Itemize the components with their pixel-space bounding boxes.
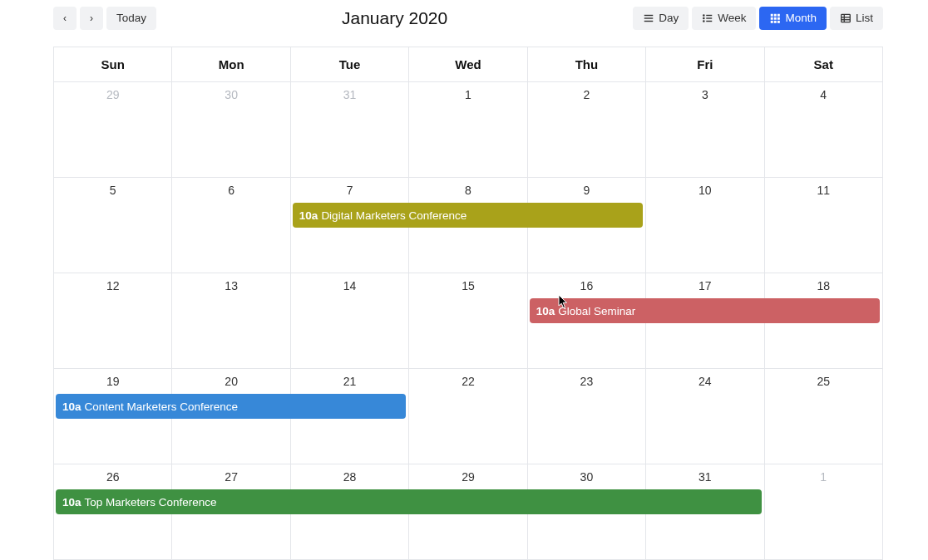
- day-number: 15: [409, 273, 526, 292]
- day-number: 31: [646, 464, 763, 484]
- calendar-day-cell[interactable]: 20: [172, 369, 290, 464]
- view-week-button[interactable]: Week: [692, 7, 756, 30]
- day-header: Fri: [646, 47, 764, 82]
- day-number: 8: [409, 178, 526, 197]
- calendar-day-cell[interactable]: 29: [409, 464, 527, 560]
- calendar-day-cell[interactable]: 9: [527, 178, 645, 273]
- next-button[interactable]: ›: [80, 7, 103, 30]
- svg-rect-14: [777, 17, 780, 20]
- day-number: 24: [646, 369, 763, 388]
- calendar-day-cell[interactable]: 29: [54, 82, 172, 178]
- day-number: 28: [291, 464, 408, 484]
- calendar-toolbar: ‹ › Today January 2020 Day Week Month: [53, 7, 883, 30]
- calendar-day-cell[interactable]: 31: [646, 464, 764, 560]
- day-number: 27: [172, 464, 289, 484]
- calendar-day-cell[interactable]: 22: [409, 369, 527, 464]
- day-header: Wed: [409, 47, 527, 82]
- calendar-day-cell[interactable]: 10: [646, 178, 764, 273]
- day-number: 3: [646, 82, 763, 101]
- calendar-day-cell[interactable]: 5: [54, 178, 172, 273]
- calendar-day-cell[interactable]: 8: [409, 178, 527, 273]
- today-label: Today: [116, 12, 146, 24]
- today-button[interactable]: Today: [106, 7, 156, 30]
- calendar-day-cell[interactable]: 17: [646, 273, 764, 369]
- day-header: Mon: [172, 47, 290, 82]
- day-number: 1: [409, 82, 526, 101]
- day-number: 31: [291, 82, 408, 101]
- svg-rect-11: [777, 14, 780, 17]
- day-number: 26: [54, 464, 171, 484]
- calendar-day-cell[interactable]: 30: [172, 82, 290, 178]
- calendar-day-cell[interactable]: 24: [646, 369, 764, 464]
- calendar-day-cell[interactable]: 4: [764, 82, 882, 178]
- event-time: 10a: [62, 496, 81, 508]
- svg-point-4: [703, 17, 704, 18]
- calendar-day-cell[interactable]: 25: [764, 369, 882, 464]
- calendar-day-cell[interactable]: 1: [409, 82, 527, 178]
- calendar-day-cell[interactable]: 1610aGlobal Seminar: [527, 273, 645, 369]
- calendar-day-cell[interactable]: 12: [54, 273, 172, 369]
- svg-rect-13: [774, 17, 777, 20]
- calendar-day-cell[interactable]: 15: [409, 273, 527, 369]
- prev-button[interactable]: ‹: [53, 7, 77, 30]
- calendar-day-cell[interactable]: 13: [172, 273, 290, 369]
- day-number: 23: [528, 369, 645, 388]
- day-number: 29: [54, 82, 171, 101]
- calendar-week-row: 2930311234: [54, 82, 883, 178]
- view-day-button[interactable]: Day: [633, 7, 689, 30]
- day-header: Sat: [764, 47, 882, 82]
- calendar-day-cell[interactable]: 710aDigital Marketers Conference: [290, 178, 408, 273]
- day-header: Tue: [290, 47, 408, 82]
- calendar-week-row: 121314151610aGlobal Seminar1718: [54, 273, 883, 369]
- day-number: 16: [528, 273, 645, 292]
- day-number: 11: [765, 178, 882, 197]
- calendar-day-cell[interactable]: 1910aContent Marketers Conference: [54, 369, 172, 464]
- calendar-title: January 2020: [156, 8, 633, 28]
- table-icon: [840, 12, 851, 24]
- day-number: 6: [172, 178, 289, 197]
- calendar-day-cell[interactable]: 23: [527, 369, 645, 464]
- day-number: 30: [172, 82, 289, 101]
- event-time: 10a: [62, 400, 81, 413]
- day-header: Thu: [527, 47, 645, 82]
- event-time: 10a: [299, 209, 318, 222]
- view-week-label: Week: [718, 12, 746, 24]
- menu-icon: [643, 12, 654, 24]
- svg-rect-17: [777, 21, 780, 23]
- calendar-day-cell[interactable]: 2610aTop Marketers Conference: [54, 464, 172, 560]
- calendar-day-cell[interactable]: 14: [290, 273, 408, 369]
- day-number: 21: [291, 369, 408, 388]
- calendar-day-cell[interactable]: 11: [764, 178, 882, 273]
- svg-rect-12: [771, 17, 773, 20]
- event-time: 10a: [536, 305, 555, 317]
- day-number: 29: [409, 464, 526, 484]
- calendar-day-cell[interactable]: 18: [764, 273, 882, 369]
- calendar-day-cell[interactable]: 21: [290, 369, 408, 464]
- calendar-day-cell[interactable]: 28: [290, 464, 408, 560]
- day-number: 14: [291, 273, 408, 292]
- day-number: 12: [54, 273, 171, 292]
- view-month-button[interactable]: Month: [759, 7, 827, 30]
- calendar-day-cell[interactable]: 2: [527, 82, 645, 178]
- day-number: 30: [528, 464, 645, 484]
- day-number: 2: [528, 82, 645, 101]
- calendar-day-cell[interactable]: 31: [290, 82, 408, 178]
- calendar-week-row: 56710aDigital Marketers Conference891011: [54, 178, 883, 273]
- view-list-button[interactable]: List: [830, 7, 883, 30]
- calendar-day-cell[interactable]: 6: [172, 178, 290, 273]
- day-number: 17: [646, 273, 763, 292]
- calendar-day-cell[interactable]: 30: [527, 464, 645, 560]
- day-number: 18: [765, 273, 882, 292]
- calendar-day-cell[interactable]: 3: [646, 82, 764, 178]
- day-number: 25: [765, 369, 882, 388]
- view-day-label: Day: [659, 12, 679, 24]
- day-number: 20: [172, 369, 289, 388]
- day-number: 5: [54, 178, 171, 197]
- day-number: 4: [765, 82, 882, 101]
- day-number: 7: [291, 178, 408, 197]
- calendar-day-cell[interactable]: 27: [172, 464, 290, 560]
- calendar-day-cell[interactable]: 1: [764, 464, 882, 560]
- calendar-grid: SunMonTueWedThuFriSat 293031123456710aDi…: [53, 47, 883, 560]
- chevron-right-icon: ›: [90, 13, 93, 23]
- calendar-week-row: 1910aContent Marketers Conference2021222…: [54, 369, 883, 464]
